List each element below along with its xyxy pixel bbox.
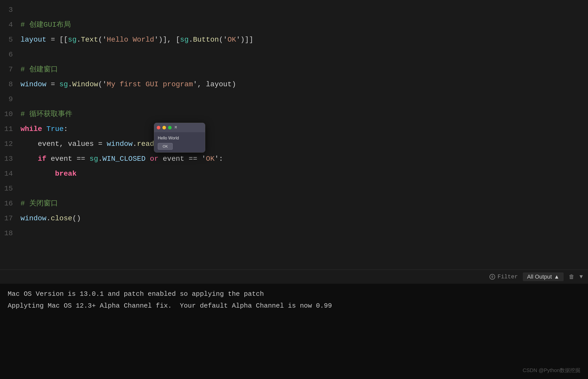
code-line: 15 (0, 181, 588, 196)
code-token: True (46, 125, 64, 133)
code-line: 4# 创建GUI布局 (0, 17, 588, 32)
code-token (21, 170, 55, 178)
code-token: . (68, 80, 72, 88)
code-token (145, 155, 150, 163)
code-token: () (72, 214, 81, 222)
code-token: = (46, 80, 59, 88)
gui-ok-button[interactable]: OK (158, 143, 173, 150)
code-token: OK (228, 36, 236, 44)
line-number: 14 (0, 166, 21, 181)
code-token (21, 155, 38, 163)
line-number: 17 (0, 211, 21, 226)
code-token: while (21, 125, 42, 133)
code-token: Text (81, 36, 98, 44)
code-token: event == ' (159, 155, 206, 163)
line-content: window = sg.Window('My first GUI program… (21, 77, 236, 92)
code-token: (' (98, 80, 107, 88)
watermark: CSDN @Python数据挖掘 (523, 367, 580, 374)
code-token: . (76, 36, 81, 44)
code-line: 5layout = [[sg.Text('Hello World')], [sg… (0, 32, 588, 47)
code-line: 3 (0, 3, 588, 17)
code-token: (' (219, 36, 228, 44)
code-token: # 循环获取事件 (21, 110, 72, 118)
code-token: : (64, 125, 68, 133)
code-token: or (150, 155, 159, 163)
line-number: 6 (0, 47, 21, 62)
code-token: . (98, 155, 102, 163)
code-token: sg (59, 80, 68, 88)
code-token: ', layout) (193, 80, 236, 88)
code-token: . (189, 36, 193, 44)
code-line: 13 if event == sg.WIN_CLOSED or event ==… (0, 151, 588, 166)
line-number: 11 (0, 122, 21, 137)
code-token: . (133, 140, 137, 148)
code-line: 18 (0, 226, 588, 241)
traffic-light-green[interactable] (168, 126, 172, 129)
terminal-header: Filter All Output ▲ 🗑 ▼ (0, 270, 588, 284)
code-token: if (38, 155, 46, 163)
line-content: window.close() (21, 211, 81, 226)
code-token: Hello World (107, 36, 154, 44)
code-token: layout (21, 36, 46, 44)
trash-icon[interactable]: 🗑 (569, 273, 574, 280)
line-number: 15 (0, 181, 21, 196)
code-line: 17window.close() (0, 211, 588, 226)
code-token: (' (98, 36, 107, 44)
code-token: WIN_CLOSED (102, 155, 145, 163)
code-line: 8window = sg.Window('My first GUI progra… (0, 77, 588, 92)
line-number: 10 (0, 107, 21, 122)
code-line: 11while True: (0, 122, 588, 137)
line-number: 4 (0, 17, 21, 32)
traffic-light-red[interactable] (157, 126, 160, 129)
code-token: . (46, 214, 51, 222)
code-line: 10# 循环获取事件 (0, 107, 588, 122)
code-token: window (21, 214, 46, 222)
line-content: layout = [[sg.Text('Hello World')], [sg.… (21, 32, 253, 47)
line-number: 8 (0, 77, 21, 92)
code-token: event == (46, 155, 90, 163)
code-line: 7# 创建窗口 (0, 62, 588, 77)
code-token: sg (90, 155, 98, 163)
code-token: event, values = (21, 140, 107, 148)
code-token: ')]] (236, 36, 253, 44)
code-token: My first GUI program (107, 80, 193, 88)
code-token: close (51, 214, 72, 222)
code-token: # 创建GUI布局 (21, 21, 71, 29)
filter-circle-icon (489, 274, 495, 280)
line-content: while True: (21, 122, 68, 137)
code-token: ': (214, 155, 223, 163)
terminal-output-line: Applyting Mac OS 12.3+ Alpha Channel fix… (8, 301, 580, 311)
code-line: 6 (0, 47, 588, 62)
line-number: 16 (0, 196, 21, 211)
line-content: if event == sg.WIN_CLOSED or event == 'O… (21, 151, 223, 166)
terminal-output-line: Mac OS Version is 13.0.1 and patch enabl… (8, 289, 580, 300)
line-content: # 关闭窗口 (21, 196, 58, 211)
terminal-output: Mac OS Version is 13.0.1 and patch enabl… (0, 284, 588, 379)
gui-hello-world-label: Hello World (158, 136, 179, 140)
code-token: # 关闭窗口 (21, 200, 58, 207)
line-content: break (21, 166, 76, 181)
line-number: 7 (0, 62, 21, 77)
traffic-light-yellow[interactable] (162, 126, 166, 129)
code-token: window (107, 140, 133, 148)
terminal-area: Filter All Output ▲ 🗑 ▼ Mac OS Version i… (0, 270, 588, 379)
line-number: 3 (0, 3, 21, 17)
code-token: read (137, 140, 154, 148)
line-number: 18 (0, 226, 21, 241)
gui-body: Hello World OK (154, 132, 205, 152)
filter-label: Filter (497, 274, 518, 280)
code-token: sg (68, 36, 77, 44)
code-line: 12 event, values = window.read() (0, 137, 588, 151)
editor-area: 34# 创建GUI布局5layout = [[sg.Text('Hello Wo… (0, 0, 588, 270)
gui-window[interactable]: M Hello World OK (154, 123, 205, 153)
code-token: break (55, 170, 76, 178)
all-output-button[interactable]: All Output ▲ (523, 272, 563, 281)
expand-icon[interactable]: ▼ (580, 274, 583, 280)
code-token: window (21, 80, 46, 88)
code-token: # 创建窗口 (21, 65, 58, 73)
gui-window-title: M (175, 126, 177, 130)
code-container: 34# 创建GUI布局5layout = [[sg.Text('Hello Wo… (0, 0, 588, 241)
code-token: ')], [ (154, 36, 180, 44)
line-number: 5 (0, 32, 21, 47)
line-content: # 创建窗口 (21, 62, 58, 77)
